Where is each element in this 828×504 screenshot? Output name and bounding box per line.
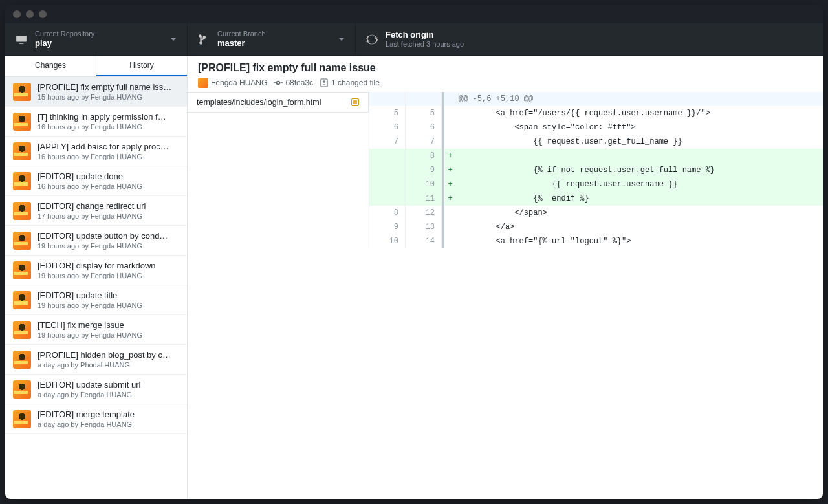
fetch-button[interactable]: Fetch origin Last fetched 3 hours ago (356, 23, 524, 55)
author-name: Fengda HUANG (211, 78, 267, 87)
commit-item-title: [EDITOR] update title (38, 290, 179, 300)
commit-sha: 68fea3c (274, 78, 313, 87)
zoom-icon[interactable] (39, 10, 47, 18)
fetch-label: Fetch origin (386, 30, 464, 40)
close-icon[interactable] (13, 10, 21, 18)
commit-item-meta: 17 hours ago by Fengda HUANG (38, 212, 179, 220)
diff-line: 812 </span> (369, 206, 823, 220)
sidebar-tabs: Changes History (5, 56, 187, 77)
commit-title: [PROFILE] fix empty full name issue (198, 62, 812, 74)
commit-list[interactable]: [PROFILE] fix empty full name iss…15 hou… (5, 77, 187, 499)
window-titlebar (5, 5, 823, 23)
diff-line: 913 </a> (369, 220, 823, 234)
toolbar: Current Repository play Current Branch m… (5, 23, 823, 56)
commit-item[interactable]: [EDITOR] update submit urla day ago by F… (5, 375, 187, 404)
diff-line: 10+ {{ request.user.username }} (369, 177, 823, 192)
commit-item[interactable]: [EDITOR] display for markdown19 hours ag… (5, 256, 187, 285)
sidebar: Changes History [PROFILE] fix empty full… (5, 56, 188, 499)
commit-item-meta: a day ago by Fengda HUANG (38, 391, 179, 399)
commit-item-title: [EDITOR] update submit url (38, 380, 179, 389)
commit-header: [PROFILE] fix empty full name issue Feng… (188, 56, 823, 92)
commit-item[interactable]: [PROFILE] hidden blog_post by c…a day ag… (5, 345, 187, 375)
commit-item[interactable]: [EDITOR] change redirect url17 hours ago… (5, 196, 187, 226)
commit-item-meta: 16 hours ago by Fengda HUANG (38, 123, 179, 131)
commit-item[interactable]: [APPLY] add baisc for apply proc…16 hour… (5, 137, 187, 166)
avatar (13, 321, 31, 339)
avatar (13, 380, 31, 399)
tab-history[interactable]: History (96, 56, 187, 76)
avatar (13, 291, 31, 309)
avatar (13, 261, 31, 279)
diff-file-icon (320, 78, 329, 87)
commit-item[interactable]: [EDITOR] update button by cond…19 hours … (5, 226, 187, 256)
file-path: templates/includes/login_form.html (197, 98, 321, 107)
commit-icon (274, 78, 283, 87)
repo-label: Current Repository (35, 30, 94, 38)
diff-line: 9+ {% if not request.user.get_full_name … (369, 163, 823, 177)
chevron-down-icon (338, 36, 345, 43)
commit-item-title: [PROFILE] hidden blog_post by c… (38, 350, 179, 360)
diff-line: 11+ {% endif %} (369, 192, 823, 206)
diff-line: 66 <span style="color: #fff"> (369, 120, 823, 135)
diff-line: @@ -5,6 +5,10 @@ (369, 92, 823, 106)
commit-item[interactable]: [EDITOR] update title19 hours ago by Fen… (5, 285, 187, 315)
repo-selector[interactable]: Current Repository play (5, 23, 188, 55)
commit-item[interactable]: [T] thinking in apply permission f…16 ho… (5, 107, 187, 137)
chevron-down-icon (170, 36, 177, 43)
sync-icon (366, 34, 378, 45)
avatar (13, 113, 31, 131)
commit-item-meta: 19 hours ago by Fengda HUANG (38, 301, 179, 309)
fetch-sub: Last fetched 3 hours ago (386, 40, 464, 49)
svg-point-0 (277, 82, 280, 85)
modified-icon (351, 98, 359, 106)
commit-item[interactable]: [TECH] fix merge issue19 hours ago by Fe… (5, 315, 187, 345)
diff-line: 77 {{ request.user.get_full_name }} (369, 135, 823, 149)
sha-value: 68fea3c (285, 78, 313, 87)
commit-item-meta: a day ago by Phodal HUANG (38, 361, 179, 369)
repo-value: play (35, 38, 94, 49)
commit-author: Fengda HUANG (198, 78, 267, 88)
commit-item-title: [T] thinking in apply permission f… (38, 112, 179, 122)
avatar (13, 83, 31, 101)
commit-item-title: [EDITOR] display for markdown (38, 261, 179, 270)
commit-item[interactable]: [EDITOR] update done16 hours ago by Feng… (5, 166, 187, 196)
minimize-icon[interactable] (26, 10, 34, 18)
avatar (13, 232, 31, 250)
diff-line: 55 <a href="/users/{{ request.user.usern… (369, 106, 823, 120)
commit-item-title: [APPLY] add baisc for apply proc… (38, 142, 179, 151)
commit-item-title: [EDITOR] merge template (38, 410, 179, 419)
avatar-icon (198, 78, 208, 88)
avatar (13, 202, 31, 220)
avatar (13, 172, 31, 190)
branch-selector[interactable]: Current Branch master (188, 23, 356, 55)
commit-item-meta: a day ago by Fengda HUANG (38, 421, 179, 428)
content-area: Changes History [PROFILE] fix empty full… (5, 56, 823, 499)
branch-label: Current Branch (217, 30, 266, 38)
commit-item-title: [TECH] fix merge issue (38, 320, 179, 330)
commit-item-meta: 19 hours ago by Fengda HUANG (38, 331, 179, 339)
changed-file-row[interactable]: templates/includes/login_form.html (188, 92, 369, 113)
monitor-icon (16, 34, 27, 45)
changed-files: 1 changed file (320, 78, 380, 87)
commit-item-title: [PROFILE] fix empty full name iss… (38, 82, 179, 92)
commit-item-title: [EDITOR] update done (38, 171, 179, 181)
branch-value: master (217, 38, 266, 49)
commit-item[interactable]: [EDITOR] merge templatea day ago by Feng… (5, 404, 187, 434)
commit-item[interactable]: [PROFILE] fix empty full name iss…15 hou… (5, 77, 187, 107)
commit-item-meta: 19 hours ago by Fengda HUANG (38, 242, 179, 250)
avatar (13, 351, 31, 369)
diff-line: 1014 <a href="{% url "logout" %}"> (369, 234, 823, 248)
commit-item-meta: 19 hours ago by Fengda HUANG (38, 272, 179, 279)
changed-count: 1 changed file (331, 78, 380, 87)
branch-icon (198, 34, 210, 45)
diff-view[interactable]: @@ -5,6 +5,10 @@55 <a href="/users/{{ re… (369, 92, 823, 248)
avatar (13, 142, 31, 160)
avatar (13, 410, 31, 428)
commit-item-meta: 15 hours ago by Fengda HUANG (38, 93, 179, 101)
app-window: Current Repository play Current Branch m… (5, 5, 823, 499)
commit-item-title: [EDITOR] update button by cond… (38, 231, 179, 241)
commit-item-meta: 16 hours ago by Fengda HUANG (38, 153, 179, 160)
commit-meta: Fengda HUANG 68fea3c 1 changed file (198, 78, 812, 88)
commit-item-meta: 16 hours ago by Fengda HUANG (38, 182, 179, 190)
tab-changes[interactable]: Changes (5, 56, 96, 76)
